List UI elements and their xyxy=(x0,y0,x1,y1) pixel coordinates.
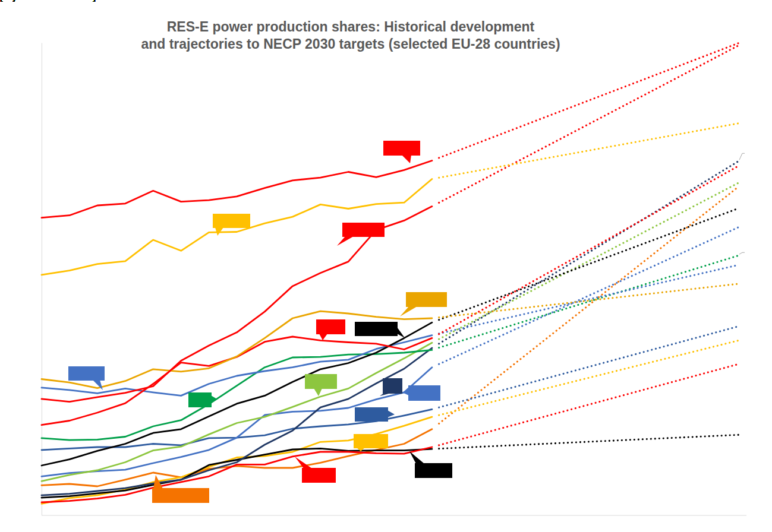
country-label-box xyxy=(383,141,420,156)
country-label-box xyxy=(316,319,345,334)
country-label-spain xyxy=(316,319,345,340)
series-target-line-france xyxy=(439,327,739,408)
country-label-box xyxy=(355,407,388,422)
country-label-box xyxy=(188,392,212,407)
target-perc ent-labels xyxy=(739,153,745,254)
country-label-box xyxy=(355,322,398,336)
country-label-box xyxy=(305,374,337,389)
series-target-line-denmark xyxy=(439,45,739,202)
country-labels xyxy=(68,141,452,503)
svg-text:[object SVGGElement]: [object SVGGElement] xyxy=(0,0,96,2)
series-target-line-finland xyxy=(439,265,739,334)
country-label-pointer xyxy=(387,410,395,417)
series-line-austria xyxy=(42,161,432,218)
series-target-line-spain xyxy=(439,166,739,334)
country-label-box xyxy=(152,488,209,503)
country-label-box xyxy=(342,223,385,237)
series-target-line-netherlands xyxy=(439,186,739,423)
country-label-pointer xyxy=(397,327,405,338)
series-target-line-belgium xyxy=(439,340,739,415)
country-label-pointer xyxy=(402,388,409,395)
country-label-pointer xyxy=(314,388,322,396)
series-target-line-sweden xyxy=(439,124,739,178)
target-label-leader xyxy=(739,252,745,254)
country-label-box xyxy=(408,385,440,401)
chart-title-line2: and trajectories to NECP 2030 targets (s… xyxy=(0,36,701,53)
country-label-box xyxy=(415,463,452,478)
country-label-box xyxy=(302,468,336,483)
country-label-uk xyxy=(380,378,402,396)
country-label-austria xyxy=(383,141,420,163)
country-label-romania xyxy=(400,292,447,316)
country-label-box xyxy=(354,434,388,448)
country-label-greece xyxy=(402,385,440,401)
country-label-italy xyxy=(188,392,217,407)
series-target-line-italy xyxy=(439,255,739,347)
country-label-box xyxy=(213,214,250,228)
chart-title: RES-E power production shares: Historica… xyxy=(0,18,701,53)
series-line-italy xyxy=(42,350,432,440)
series-target-line-germany xyxy=(439,208,739,320)
target-label-leader xyxy=(739,153,745,160)
country-label-pointer xyxy=(337,236,354,246)
country-label-box xyxy=(68,366,105,381)
chart-title-line1: RES-E power production shares: Historica… xyxy=(0,18,701,36)
series-target-line-ireland xyxy=(439,183,739,339)
chart-canvas: RES-E power production shares: Historica… xyxy=(0,0,772,532)
country-label-germany xyxy=(355,322,405,338)
country-label-pointer xyxy=(409,451,424,464)
country-label-pointer xyxy=(400,306,417,316)
country-label-box xyxy=(383,378,402,394)
res-e-line-chart: [object SVGGElement][object SVGGElement]… xyxy=(0,0,772,532)
country-label-pointer xyxy=(319,334,327,340)
series-target-line-czechia xyxy=(439,435,739,448)
series-target-line-austria xyxy=(439,43,739,158)
country-label-pointer xyxy=(402,155,411,163)
country-label-denmark xyxy=(337,223,385,246)
country-label-czechia xyxy=(409,451,452,478)
country-label-box xyxy=(406,292,447,307)
series-lines xyxy=(42,43,739,504)
series-target-line-greece xyxy=(439,227,739,365)
series-target-line-romania xyxy=(439,284,739,318)
